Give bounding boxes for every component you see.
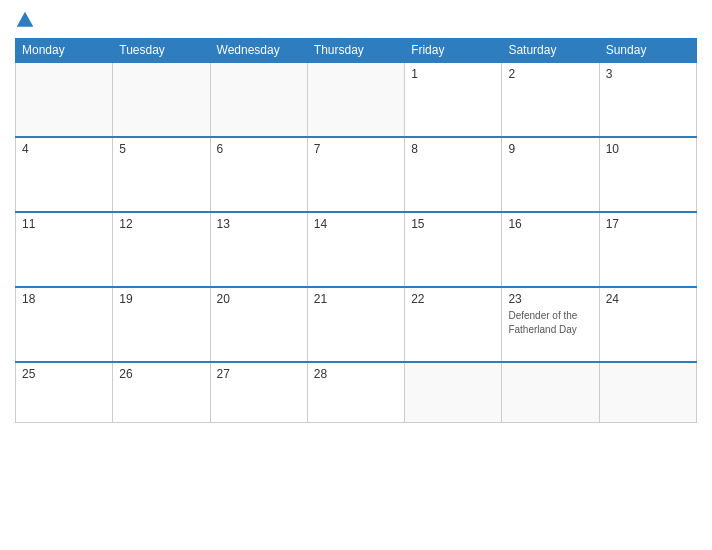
calendar-cell: 18	[16, 287, 113, 362]
day-number: 27	[217, 367, 301, 381]
header	[15, 10, 697, 30]
day-header-saturday: Saturday	[502, 39, 599, 63]
calendar-table: MondayTuesdayWednesdayThursdayFridaySatu…	[15, 38, 697, 423]
day-number: 16	[508, 217, 592, 231]
calendar-event: Defender of the Fatherland Day	[508, 310, 577, 335]
day-number: 19	[119, 292, 203, 306]
day-number: 17	[606, 217, 690, 231]
calendar-cell: 22	[405, 287, 502, 362]
calendar-cell: 23Defender of the Fatherland Day	[502, 287, 599, 362]
calendar-cell: 14	[307, 212, 404, 287]
day-number: 3	[606, 67, 690, 81]
day-number: 22	[411, 292, 495, 306]
calendar-cell: 20	[210, 287, 307, 362]
calendar-cell	[502, 362, 599, 422]
day-header-monday: Monday	[16, 39, 113, 63]
day-number: 4	[22, 142, 106, 156]
calendar-cell	[599, 362, 696, 422]
day-number: 10	[606, 142, 690, 156]
calendar-cell: 11	[16, 212, 113, 287]
calendar-cell: 24	[599, 287, 696, 362]
day-number: 6	[217, 142, 301, 156]
calendar-cell: 27	[210, 362, 307, 422]
calendar-cell: 15	[405, 212, 502, 287]
calendar-cell: 6	[210, 137, 307, 212]
week-row-2: 45678910	[16, 137, 697, 212]
day-number: 11	[22, 217, 106, 231]
calendar-cell: 21	[307, 287, 404, 362]
day-number: 1	[411, 67, 495, 81]
day-number: 28	[314, 367, 398, 381]
day-number: 18	[22, 292, 106, 306]
day-number: 9	[508, 142, 592, 156]
calendar-cell: 4	[16, 137, 113, 212]
day-header-tuesday: Tuesday	[113, 39, 210, 63]
calendar-cell: 28	[307, 362, 404, 422]
day-header-sunday: Sunday	[599, 39, 696, 63]
calendar-cell	[307, 62, 404, 137]
calendar-cell: 7	[307, 137, 404, 212]
calendar-cell	[210, 62, 307, 137]
general-blue-icon	[15, 10, 35, 30]
calendar-cell: 26	[113, 362, 210, 422]
day-number: 13	[217, 217, 301, 231]
day-number: 7	[314, 142, 398, 156]
week-row-1: 123	[16, 62, 697, 137]
day-number: 2	[508, 67, 592, 81]
calendar-cell: 5	[113, 137, 210, 212]
day-number: 25	[22, 367, 106, 381]
day-number: 12	[119, 217, 203, 231]
calendar-cell: 16	[502, 212, 599, 287]
day-number: 21	[314, 292, 398, 306]
calendar-cell: 19	[113, 287, 210, 362]
calendar-cell: 10	[599, 137, 696, 212]
calendar-header-row: MondayTuesdayWednesdayThursdayFridaySatu…	[16, 39, 697, 63]
calendar-cell: 12	[113, 212, 210, 287]
day-number: 20	[217, 292, 301, 306]
week-row-3: 11121314151617	[16, 212, 697, 287]
calendar-cell: 1	[405, 62, 502, 137]
logo	[15, 10, 37, 30]
week-row-5: 25262728	[16, 362, 697, 422]
calendar-cell	[16, 62, 113, 137]
calendar-cell: 3	[599, 62, 696, 137]
week-row-4: 181920212223Defender of the Fatherland D…	[16, 287, 697, 362]
day-number: 15	[411, 217, 495, 231]
calendar-cell	[405, 362, 502, 422]
calendar-cell: 25	[16, 362, 113, 422]
svg-marker-0	[17, 12, 34, 27]
calendar-page: MondayTuesdayWednesdayThursdayFridaySatu…	[0, 0, 712, 550]
day-header-friday: Friday	[405, 39, 502, 63]
day-number: 14	[314, 217, 398, 231]
day-number: 26	[119, 367, 203, 381]
day-header-thursday: Thursday	[307, 39, 404, 63]
calendar-cell: 9	[502, 137, 599, 212]
calendar-cell: 13	[210, 212, 307, 287]
calendar-cell: 8	[405, 137, 502, 212]
day-number: 5	[119, 142, 203, 156]
day-header-wednesday: Wednesday	[210, 39, 307, 63]
calendar-cell: 2	[502, 62, 599, 137]
day-number: 24	[606, 292, 690, 306]
calendar-cell: 17	[599, 212, 696, 287]
day-number: 8	[411, 142, 495, 156]
day-number: 23	[508, 292, 592, 306]
calendar-cell	[113, 62, 210, 137]
